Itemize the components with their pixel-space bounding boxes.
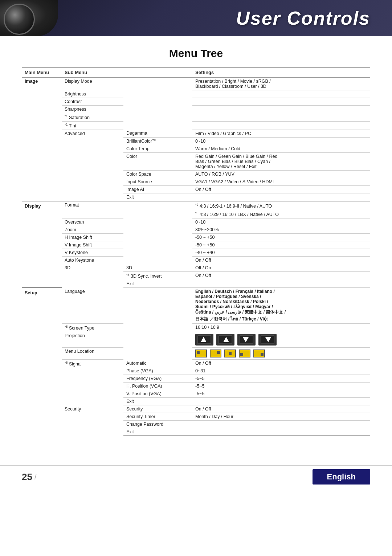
sub2-3dsyncinvert: *4 3D Sync. Invert bbox=[123, 272, 192, 280]
table-row: H Image Shift -50 ~ +50 bbox=[22, 234, 370, 241]
sub2-3d: 3D bbox=[123, 264, 192, 272]
sub2-exit-display: Exit bbox=[123, 280, 192, 288]
sub-saturation: *1 Saturation bbox=[62, 113, 123, 121]
sub-language: Language bbox=[62, 288, 123, 324]
sub2-changepassword: Change Password bbox=[123, 421, 192, 428]
col-header-settings: Settings bbox=[192, 67, 370, 78]
sub2-phase: Phase (VGA) bbox=[123, 367, 192, 375]
page-title: User Controls bbox=[236, 7, 370, 29]
proj-icon-4[interactable] bbox=[258, 334, 277, 346]
section-title: Menu Tree bbox=[22, 47, 370, 60]
loc-icon-topleft[interactable] bbox=[195, 349, 207, 357]
table-row: Menu Location bbox=[22, 348, 370, 360]
loc-icon-topright[interactable] bbox=[210, 349, 221, 357]
table-row: Display Format *2 4:3 / 16:9-1 / 16:9-II… bbox=[22, 201, 370, 210]
page-number: 25 bbox=[22, 471, 32, 483]
footer-language: English bbox=[313, 469, 370, 485]
proj-icon-svg-4 bbox=[260, 335, 275, 344]
main-menu-display: Display bbox=[22, 201, 62, 288]
page-body: Menu Tree Main Menu Sub Menu Settings Im… bbox=[0, 36, 392, 458]
footer-slash: / bbox=[34, 473, 37, 481]
sub-tint: *1 Tint bbox=[62, 121, 123, 130]
loc-icon-bottomleft[interactable] bbox=[239, 349, 250, 357]
sub-himageshift: H Image Shift bbox=[62, 234, 123, 241]
sub-format: Format bbox=[62, 201, 123, 210]
sub2-inputsource: Input Source bbox=[123, 178, 192, 185]
sub2-color: Color bbox=[123, 152, 192, 170]
sub2-exit-security: Exit bbox=[123, 428, 192, 436]
menu-table: Main Menu Sub Menu Settings Image Displa… bbox=[22, 67, 370, 436]
sub-vimageshift: V Image Shift bbox=[62, 241, 123, 249]
footer-left: 25 / bbox=[22, 471, 313, 483]
main-menu-image: Image bbox=[22, 78, 62, 201]
proj-icon-1[interactable] bbox=[195, 334, 213, 346]
sub2-automatic: Automatic bbox=[123, 360, 192, 367]
projection-icons-row bbox=[195, 333, 367, 346]
proj-icon-svg-3 bbox=[239, 335, 254, 344]
table-row: Brightness bbox=[22, 90, 370, 98]
sub-autokeystone: Auto Keystone bbox=[62, 257, 123, 264]
table-row: Security Security On / Off bbox=[22, 405, 370, 413]
table-row: *6 Signal Automatic On / Off bbox=[22, 360, 370, 367]
proj-icon-2[interactable] bbox=[216, 334, 234, 346]
sub2-colorspace: Color Space bbox=[123, 170, 192, 178]
page-header: User Controls bbox=[0, 0, 392, 36]
sub-overscan: Overscan bbox=[62, 218, 123, 226]
proj-icon-3[interactable] bbox=[237, 334, 256, 346]
sub2-imageai: Image AI bbox=[123, 185, 192, 193]
table-row: 3D 3D Off / On bbox=[22, 264, 370, 272]
table-row: V Keystone -40 ~ +40 bbox=[22, 249, 370, 257]
sub2-brilliantcolor: BrilliantColor™ bbox=[123, 137, 192, 145]
sub-menulocation: Menu Location bbox=[62, 348, 123, 360]
table-row: *1 Saturation bbox=[22, 113, 370, 121]
col-header-main: Main Menu bbox=[22, 67, 62, 78]
sub-contrast: Contrast bbox=[62, 98, 123, 105]
table-row: Projection bbox=[22, 332, 370, 348]
table-row: Contrast bbox=[22, 98, 370, 105]
sub-advanced: Advanced bbox=[62, 130, 123, 201]
col-header-sub2 bbox=[123, 67, 192, 78]
table-row: Image Display Mode Presentation / Bright… bbox=[22, 78, 370, 90]
table-row: *3 4:3 / 16:9 / 16:10 / LBX / Native / A… bbox=[22, 210, 370, 218]
sub-projection: Projection bbox=[62, 332, 123, 348]
sub2-securitytimer: Security Timer bbox=[123, 413, 192, 421]
proj-icon-svg-2 bbox=[218, 335, 233, 344]
sub2-frequency: Frequency (VGA) bbox=[123, 375, 192, 383]
sub-vkeystone: V Keystone bbox=[62, 249, 123, 257]
sub-format2 bbox=[62, 210, 123, 218]
table-row: *1 Tint bbox=[22, 121, 370, 130]
table-row: Advanced Degamma Film / Video / Graphics… bbox=[22, 130, 370, 137]
table-row: Zoom 80%~200% bbox=[22, 226, 370, 234]
sub-signal: *6 Signal bbox=[62, 360, 123, 405]
table-row: Sharpness bbox=[22, 105, 370, 113]
table-row: Setup Language English / Deutsch / Franç… bbox=[22, 288, 370, 324]
proj-icon-svg-1 bbox=[197, 335, 212, 344]
sub2-security: Security bbox=[123, 405, 192, 413]
sub-security: Security bbox=[62, 405, 123, 436]
sub2-hposition: H. Position (VGA) bbox=[123, 383, 192, 390]
page-footer: 25 / English bbox=[0, 465, 392, 488]
sub2-degamma: Degamma bbox=[123, 130, 192, 137]
menu-loc-icons-row bbox=[195, 349, 367, 358]
sub-display-mode: Display Mode bbox=[62, 78, 123, 90]
loc-icon-center[interactable] bbox=[224, 349, 236, 357]
settings-language: English / Deutsch / Français / Italiano … bbox=[192, 288, 370, 324]
sub-zoom: Zoom bbox=[62, 226, 123, 234]
lens-decoration bbox=[0, 0, 58, 36]
sub-brightness: Brightness bbox=[62, 90, 123, 98]
sub2-exit-signal: Exit bbox=[123, 398, 192, 405]
sub-3d: 3D bbox=[62, 264, 123, 288]
sub2-exit-image: Exit bbox=[123, 193, 192, 201]
sub2-colortemp: Color Temp. bbox=[123, 145, 192, 152]
main-menu-setup: Setup bbox=[22, 288, 62, 436]
table-row: *5 Screen Type 16:10 / 16:9 bbox=[22, 324, 370, 332]
sub2-vposition: V. Position (VGA) bbox=[123, 390, 192, 398]
sub-screentype: *5 Screen Type bbox=[62, 324, 123, 332]
table-row: Auto Keystone On / Off bbox=[22, 257, 370, 264]
sub-sharpness: Sharpness bbox=[62, 105, 123, 113]
table-row: V Image Shift -50 ~ +50 bbox=[22, 241, 370, 249]
col-header-sub: Sub Menu bbox=[62, 67, 123, 78]
table-row: Overscan 0~10 bbox=[22, 218, 370, 226]
loc-icon-bottomright[interactable] bbox=[253, 349, 265, 357]
